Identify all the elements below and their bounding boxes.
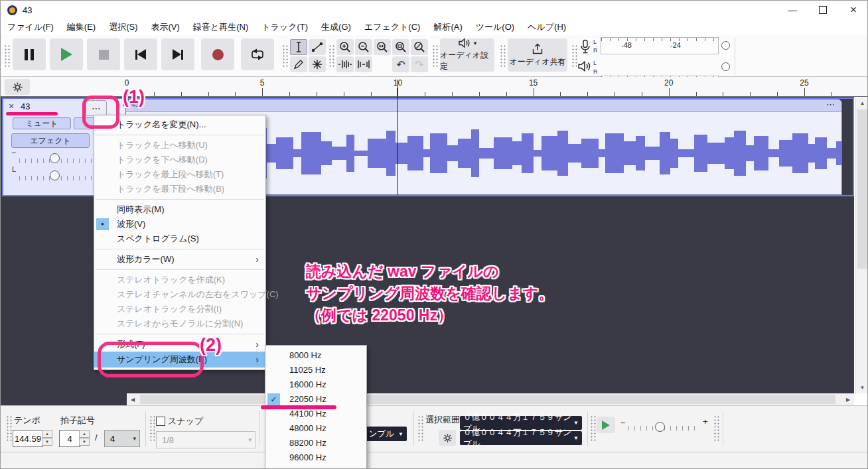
snap-select[interactable]: 1/8 ▾ [156,431,255,448]
multi-tool-button[interactable] [309,56,326,72]
context-menu-item-make-stereo-track[interactable]: ステレオトラックを作成(K) [94,273,265,287]
close-button[interactable]: × [838,1,868,19]
zoom-in-button[interactable] [336,39,354,55]
menubar-item-11[interactable]: ヘルプ(H) [521,19,573,35]
sample-rate-option-8000-Hz[interactable]: 8000 Hz [265,348,366,363]
record-button[interactable] [201,38,234,70]
context-menu-item-split-stereo-to-mono[interactable]: ステレオからモノラルに分割(N) [94,316,265,331]
sample-rate-option-22050-Hz[interactable]: 22050 Hz✓ [265,392,366,407]
envelope-tool-button[interactable] [309,39,326,55]
timesig-down-icon[interactable]: ▼ [79,438,90,446]
menubar-item-7[interactable]: 生成(G) [315,19,358,35]
share-audio-button[interactable]: オーディオ共有 [508,38,567,72]
minimize-button[interactable]: — [777,1,808,19]
menubar-item-1[interactable]: ファイル(F) [1,19,60,35]
trim-audio-button[interactable] [336,56,354,72]
speed-slider-thumb[interactable] [655,422,665,432]
undo-button[interactable]: ↶ [392,56,409,72]
pause-button[interactable] [13,38,46,70]
redo-button[interactable]: ↷ [411,56,428,72]
timesig-spinner[interactable]: ▲ ▼ [79,430,90,446]
skip-to-start-button[interactable] [124,38,157,70]
sample-rate-option-16000-Hz[interactable]: 16000 Hz [265,377,366,392]
sample-rate-option-88200-Hz[interactable]: 88200 Hz [265,436,366,450]
menubar-item-8[interactable]: エフェクト(C) [358,19,427,35]
context-menu-item-swap-stereo-channels[interactable]: ステレオチャンネルの左右をスワップ(C) [94,287,265,302]
sample-rate-option-48000-Hz[interactable]: 48000 Hz [265,421,366,436]
effects-button[interactable]: エフェクト [11,133,90,148]
tempo-down-icon[interactable]: ▼ [42,438,52,446]
selection-grip[interactable] [417,415,423,442]
recording-meter[interactable]: -48 -24 [601,37,719,54]
horizontal-scrollbar[interactable]: ◀ ▶ [127,393,854,405]
scroll-right-icon[interactable]: ▶ [843,393,853,405]
menubar-item-2[interactable]: 編集(E) [60,19,102,35]
scroll-up-icon[interactable]: ▲ [856,98,868,108]
maximize-button[interactable] [808,1,838,19]
track-close-icon[interactable]: × [9,101,14,111]
transport-grip[interactable] [4,44,10,68]
zoom-to-selection-button[interactable] [374,39,391,55]
play-at-speed-grip[interactable] [590,415,596,442]
audio-setup-button[interactable]: ▾ オーディオ設定 [440,38,494,72]
menubar-item-4[interactable]: 表示(V) [145,19,186,35]
clip-header[interactable]: 43 ⋯ [126,100,841,112]
gain-slider-thumb[interactable] [50,153,60,163]
tempo-up-icon[interactable]: ▲ [42,430,52,438]
context-menu-item-move-track-down[interactable]: トラックを下へ移動(D) [94,153,265,167]
context-menu-item-split-stereo-track[interactable]: ステレオトラックを分割(I) [94,302,265,316]
tempo-input[interactable]: 144.59 [13,430,43,447]
scroll-left-icon[interactable]: ◀ [128,393,137,405]
vertical-scroll-thumb[interactable] [857,109,867,269]
zoom-out-button[interactable] [355,39,372,55]
menubar-item-3[interactable]: 選択(S) [102,19,144,35]
context-menu-item-move-track-to-bottom[interactable]: トラックを最下段へ移動(B) [94,182,265,196]
loop-button[interactable] [241,38,274,70]
tempo-spinner[interactable]: ▲ ▼ [42,430,52,446]
skip-to-end-button[interactable] [161,38,194,70]
timesig-lower-select[interactable]: 4 ▾ [104,430,140,447]
context-menu-item-waveform-view[interactable]: 波形(V)● [94,217,265,232]
edit-grip[interactable] [328,44,334,68]
end-grip[interactable] [713,415,719,442]
selection-tool-button[interactable] [290,39,307,55]
zoom-toggle-button[interactable] [411,39,428,55]
share-grip[interactable] [500,44,506,68]
timesig-upper-input[interactable]: 4 [59,430,80,447]
selection-end-field[interactable]: ０億００４４万１７５９サンプル ▼ [460,431,582,445]
context-menu-item-spectrogram-view[interactable]: スペクトログラム(S) [94,232,265,246]
play-at-speed-button[interactable] [597,417,615,433]
context-menu-item-wave-color[interactable]: 波形カラー(W)› [94,252,265,267]
snap-checkbox[interactable] [156,417,165,426]
vertical-scrollbar[interactable]: ▲ ▼ [855,98,868,393]
silence-audio-button[interactable] [355,56,372,72]
mute-button[interactable]: ミュート [13,117,71,129]
clip-menu-icon[interactable]: ⋯ [826,100,835,109]
snap-grip[interactable] [149,415,155,442]
play-button[interactable] [50,38,83,70]
meter-grip[interactable] [571,44,577,68]
tools-grip[interactable] [282,44,288,68]
timesig-up-icon[interactable]: ▲ [79,430,90,438]
horizontal-scroll-thumb[interactable] [140,395,835,404]
track-name[interactable]: 43 [21,101,30,111]
audio-setup-grip[interactable] [432,44,438,68]
menubar-item-5[interactable]: 録音と再生(N) [186,19,255,35]
context-menu-item-rename-track[interactable]: トラック名を変更(N)... [94,117,265,132]
fit-project-button[interactable] [392,39,409,55]
timesig-grip[interactable] [6,415,12,442]
context-menu-item-multi-view[interactable]: 同時表示(M) [94,202,265,217]
context-menu-item-move-track-to-top[interactable]: トラックを最上段へ移動(T) [94,167,265,182]
menubar-item-6[interactable]: トラック(T) [255,19,315,35]
sample-rate-option-96000-Hz[interactable]: 96000 Hz [265,450,366,465]
sample-rate-option-11025-Hz[interactable]: 11025 Hz [265,363,366,377]
menubar-item-9[interactable]: 解析(A) [427,19,469,35]
context-menu-item-move-track-up[interactable]: トラックを上へ移動(U) [94,138,265,153]
scroll-down-icon[interactable]: ▼ [856,383,868,392]
context-menu-item-label: 波形カラー(W) [117,254,175,264]
draw-tool-button[interactable] [290,56,307,72]
stop-button[interactable] [87,38,120,70]
menubar-item-10[interactable]: ツール(O) [469,19,521,35]
pan-slider-thumb[interactable] [50,170,60,180]
selection-options-button[interactable] [439,430,456,446]
